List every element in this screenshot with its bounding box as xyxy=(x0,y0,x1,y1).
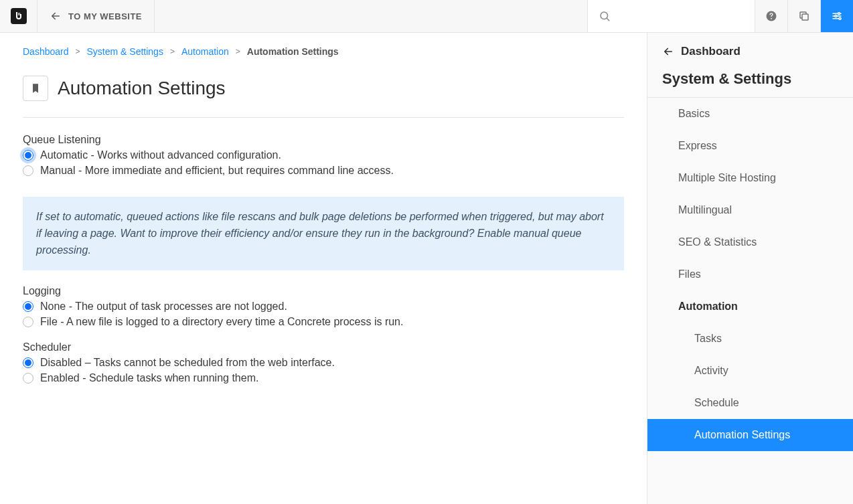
search-icon xyxy=(599,10,611,22)
copy-button[interactable] xyxy=(787,0,820,32)
queue-section: Queue Listening Automatic - Works withou… xyxy=(23,134,624,177)
radio-icon xyxy=(23,165,33,176)
sidebar-back-link[interactable]: Dashboard xyxy=(647,33,853,65)
sidebar-subitem-automation-settings[interactable]: Automation Settings xyxy=(647,419,853,451)
svg-point-5 xyxy=(835,15,837,17)
svg-point-4 xyxy=(838,13,840,15)
scheduler-enabled-option[interactable]: Enabled - Schedule tasks when running th… xyxy=(23,372,624,384)
back-to-site-label: TO MY WEBSITE xyxy=(68,11,142,21)
scheduler-label: Scheduler xyxy=(23,341,624,353)
breadcrumb-link[interactable]: Automation xyxy=(181,46,229,57)
logging-section: Logging None - The output of task proces… xyxy=(23,285,624,328)
breadcrumb: Dashboard > System & Settings > Automati… xyxy=(23,46,624,57)
copy-icon xyxy=(798,10,810,22)
sidebar-back-label: Dashboard xyxy=(681,45,741,58)
arrow-left-icon xyxy=(662,46,674,58)
radio-label: Enabled - Schedule tasks when running th… xyxy=(40,372,258,384)
svg-rect-3 xyxy=(802,14,808,20)
sidebar-item-multiple-site-hosting[interactable]: Multiple Site Hosting xyxy=(647,162,853,194)
sidebar-subitem-schedule[interactable]: Schedule xyxy=(647,387,853,419)
logo-icon xyxy=(11,8,27,24)
settings-button[interactable] xyxy=(820,0,853,32)
search-input[interactable] xyxy=(587,0,755,32)
radio-icon xyxy=(23,150,33,161)
logging-none-option[interactable]: None - The output of task processes are … xyxy=(23,301,624,313)
topbar: TO MY WEBSITE xyxy=(0,0,853,33)
queue-manual-option[interactable]: Manual - More immediate and efficient, b… xyxy=(23,165,624,177)
help-button[interactable] xyxy=(755,0,787,32)
sidebar-item-multilingual[interactable]: Multilingual xyxy=(647,194,853,226)
breadcrumb-link[interactable]: System & Settings xyxy=(87,46,163,57)
arrow-left-icon xyxy=(50,10,62,22)
sidebar-item-files[interactable]: Files xyxy=(647,258,853,290)
sidebar-item-express[interactable]: Express xyxy=(647,130,853,162)
radio-label: None - The output of task processes are … xyxy=(40,301,287,313)
logging-file-option[interactable]: File - A new file is logged to a directo… xyxy=(23,316,624,328)
breadcrumb-current: Automation Settings xyxy=(247,46,339,57)
scheduler-disabled-option[interactable]: Disabled – Tasks cannot be scheduled fro… xyxy=(23,357,624,369)
radio-icon xyxy=(23,301,33,312)
radio-label: Disabled – Tasks cannot be scheduled fro… xyxy=(40,357,335,369)
page-title: Automation Settings xyxy=(58,78,226,99)
sidebar-item-seo-statistics[interactable]: SEO & Statistics xyxy=(647,226,853,258)
bookmark-button[interactable] xyxy=(23,76,48,101)
sidebar-subitem-activity[interactable]: Activity xyxy=(647,355,853,387)
svg-point-0 xyxy=(601,12,608,19)
logo-cell[interactable] xyxy=(0,0,37,32)
bookmark-icon xyxy=(30,82,41,94)
queue-label: Queue Listening xyxy=(23,134,624,146)
sidebar: Dashboard System & Settings Basics Expre… xyxy=(647,33,853,504)
sidebar-item-basics[interactable]: Basics xyxy=(647,98,853,130)
logging-label: Logging xyxy=(23,285,624,297)
svg-point-2 xyxy=(771,18,772,19)
page-title-row: Automation Settings xyxy=(23,76,624,118)
breadcrumb-link[interactable]: Dashboard xyxy=(23,46,69,57)
sidebar-title: System & Settings xyxy=(647,65,853,98)
radio-icon xyxy=(23,317,33,327)
radio-label: Manual - More immediate and efficient, b… xyxy=(40,165,394,177)
sidebar-subitem-tasks[interactable]: Tasks xyxy=(647,323,853,355)
radio-label: Automatic - Works without advanced confi… xyxy=(40,149,281,161)
help-icon xyxy=(765,10,777,22)
radio-icon xyxy=(23,373,33,384)
sliders-icon xyxy=(831,10,843,22)
main-content: Dashboard > System & Settings > Automati… xyxy=(0,33,647,504)
back-to-site-link[interactable]: TO MY WEBSITE xyxy=(37,0,155,32)
radio-icon xyxy=(23,357,33,368)
sidebar-item-automation[interactable]: Automation xyxy=(647,290,853,323)
queue-automatic-option[interactable]: Automatic - Works without advanced confi… xyxy=(23,149,624,161)
queue-info-box: If set to automatic, queued actions like… xyxy=(23,197,624,270)
svg-point-6 xyxy=(839,17,841,19)
radio-label: File - A new file is logged to a directo… xyxy=(40,316,403,328)
scheduler-section: Scheduler Disabled – Tasks cannot be sch… xyxy=(23,341,624,384)
